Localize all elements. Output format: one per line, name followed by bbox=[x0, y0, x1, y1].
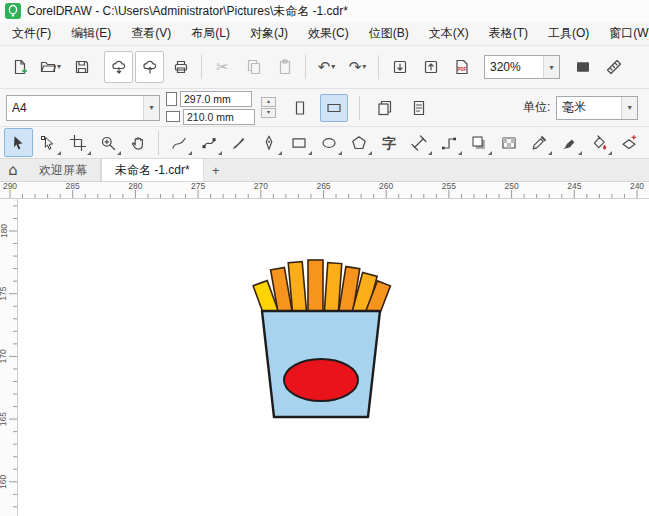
units-combobox[interactable]: 毫米 ▾ bbox=[556, 96, 638, 120]
bezier-icon bbox=[201, 135, 217, 151]
menu-text[interactable]: 文本(X) bbox=[419, 22, 479, 45]
pen-tool[interactable] bbox=[255, 128, 284, 157]
step-up-icon[interactable]: ▴ bbox=[261, 97, 276, 107]
page-height-field[interactable]: 210.0 mm bbox=[183, 109, 255, 125]
vertical-ruler[interactable]: 180175170165160 bbox=[0, 199, 18, 516]
open-folder-icon bbox=[40, 59, 56, 75]
save-button[interactable] bbox=[67, 51, 96, 83]
zoom-tool[interactable] bbox=[94, 128, 123, 157]
outline-pen-tool[interactable] bbox=[555, 128, 584, 157]
print-button[interactable] bbox=[166, 51, 195, 83]
import-icon bbox=[392, 59, 408, 75]
transparency-tool[interactable] bbox=[495, 128, 524, 157]
dimension-stepper[interactable]: ▴ ▾ bbox=[261, 97, 276, 118]
svg-text:260: 260 bbox=[379, 182, 393, 191]
outline-pen-icon bbox=[561, 135, 577, 151]
svg-text:285: 285 bbox=[66, 182, 80, 191]
eyedropper-icon bbox=[531, 135, 547, 151]
all-pages-button[interactable] bbox=[371, 94, 399, 122]
chevron-down-icon[interactable]: ▾ bbox=[362, 63, 366, 71]
step-down-icon[interactable]: ▾ bbox=[261, 108, 276, 118]
svg-text:250: 250 bbox=[505, 182, 519, 191]
current-page-button[interactable] bbox=[405, 94, 433, 122]
zoom-level-combobox[interactable]: 320%▾ bbox=[484, 55, 560, 79]
export-button[interactable] bbox=[416, 51, 445, 83]
bezier-tool[interactable] bbox=[195, 128, 224, 157]
page-width-field[interactable]: 297.0 mm bbox=[180, 91, 252, 107]
menu-window[interactable]: 窗口(W) bbox=[599, 22, 649, 45]
home-button[interactable]: ⌂ bbox=[0, 159, 26, 181]
menu-layout[interactable]: 布局(L) bbox=[181, 22, 240, 45]
crop-tool[interactable] bbox=[64, 128, 93, 157]
freehand-tool[interactable] bbox=[165, 128, 194, 157]
color-eyedropper-tool[interactable] bbox=[525, 128, 554, 157]
menu-bitmaps[interactable]: 位图(B) bbox=[359, 22, 419, 45]
svg-text:290: 290 bbox=[3, 182, 17, 191]
french-fries-drawing[interactable] bbox=[18, 199, 649, 516]
smart-fill-tool[interactable] bbox=[615, 128, 644, 157]
horizontal-ruler[interactable]: 290285280275270265260255250245240 bbox=[0, 182, 649, 199]
show-rulers-button[interactable] bbox=[599, 51, 628, 83]
menu-table[interactable]: 表格(T) bbox=[479, 22, 538, 45]
menu-view[interactable]: 查看(V) bbox=[121, 22, 181, 45]
portrait-icon bbox=[292, 100, 308, 116]
page-size-combobox[interactable]: A4 ▾ bbox=[6, 95, 160, 121]
box-logo-ellipse[interactable] bbox=[284, 359, 358, 401]
dimension-tool[interactable] bbox=[405, 128, 434, 157]
redo-button[interactable]: ↷▾ bbox=[343, 51, 372, 83]
tab-welcome-screen[interactable]: 欢迎屏幕 bbox=[26, 159, 101, 181]
text-tool[interactable]: 字 bbox=[375, 128, 404, 157]
copy-icon bbox=[246, 59, 262, 75]
portrait-button[interactable] bbox=[286, 94, 314, 122]
fry[interactable] bbox=[308, 260, 323, 317]
connector-icon bbox=[441, 135, 457, 151]
cloud-upload-icon bbox=[142, 59, 158, 75]
brush-icon bbox=[231, 135, 247, 151]
printer-icon bbox=[173, 59, 189, 75]
pdf-icon: PDF bbox=[454, 59, 470, 75]
separator bbox=[359, 96, 360, 120]
landscape-button[interactable] bbox=[320, 94, 348, 122]
connector-tool[interactable] bbox=[435, 128, 464, 157]
polygon-tool[interactable] bbox=[345, 128, 374, 157]
open-from-cloud-button[interactable] bbox=[104, 51, 133, 83]
new-tab-button[interactable]: + bbox=[204, 159, 228, 181]
separator bbox=[305, 55, 306, 79]
separator bbox=[201, 55, 202, 79]
menu-effects[interactable]: 效果(C) bbox=[298, 22, 359, 45]
shape-tool[interactable] bbox=[34, 128, 63, 157]
fullscreen-preview-button[interactable] bbox=[568, 51, 597, 83]
pan-tool[interactable] bbox=[124, 128, 153, 157]
menu-file[interactable]: 文件(F) bbox=[2, 22, 61, 45]
new-document-button[interactable] bbox=[5, 51, 34, 83]
svg-text:240: 240 bbox=[630, 182, 644, 191]
pan-icon bbox=[130, 135, 146, 151]
chevron-down-icon[interactable]: ▾ bbox=[57, 63, 61, 71]
property-bar: A4 ▾ 297.0 mm 210.0 mm ▴ ▾ bbox=[0, 89, 649, 127]
artistic-media-tool[interactable] bbox=[225, 128, 254, 157]
undo-button[interactable]: ↶▾ bbox=[312, 51, 341, 83]
svg-text:165: 165 bbox=[0, 412, 9, 426]
drop-shadow-tool[interactable] bbox=[465, 128, 494, 157]
save-to-cloud-button[interactable] bbox=[135, 51, 164, 83]
chevron-down-icon: ▾ bbox=[543, 56, 559, 78]
interactive-fill-tool[interactable] bbox=[585, 128, 614, 157]
ellipse-icon bbox=[321, 135, 337, 151]
open-button[interactable]: ▾ bbox=[36, 51, 65, 83]
title-bar: CorelDRAW - C:\Users\Administrator\Pictu… bbox=[0, 0, 649, 22]
canvas[interactable] bbox=[18, 199, 649, 516]
document-tabs: ⌂欢迎屏幕未命名 -1.cdr*+ bbox=[0, 159, 649, 182]
pen-icon bbox=[261, 135, 277, 151]
pick-tool[interactable] bbox=[4, 128, 33, 157]
menu-edit[interactable]: 编辑(E) bbox=[61, 22, 121, 45]
rectangle-tool[interactable] bbox=[285, 128, 314, 157]
menu-tools[interactable]: 工具(O) bbox=[538, 22, 599, 45]
import-button[interactable] bbox=[385, 51, 414, 83]
ellipse-tool[interactable] bbox=[315, 128, 344, 157]
chevron-down-icon[interactable]: ▾ bbox=[331, 63, 335, 71]
pdf-button[interactable]: PDF bbox=[447, 51, 476, 83]
save-icon bbox=[74, 59, 90, 75]
menu-object[interactable]: 对象(J) bbox=[240, 22, 298, 45]
landscape-icon bbox=[326, 100, 342, 116]
tab-untitled-1[interactable]: 未命名 -1.cdr* bbox=[101, 159, 204, 181]
